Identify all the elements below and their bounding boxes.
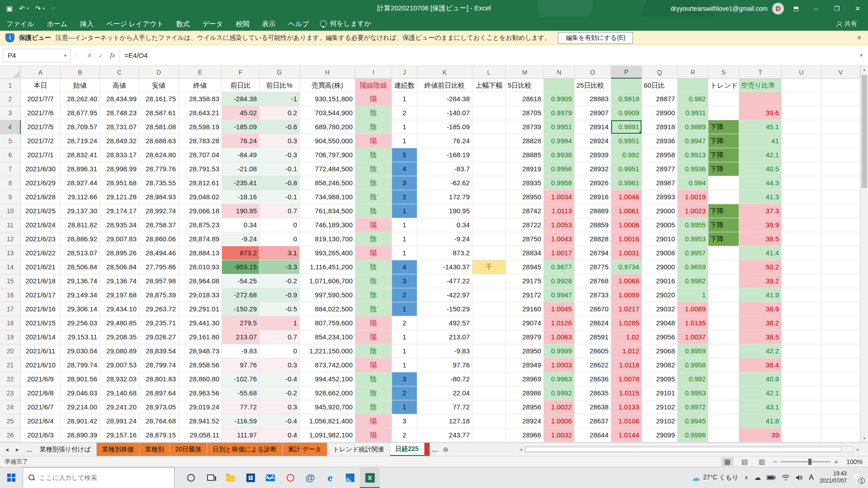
cell-M25[interactable]: 28924 (506, 414, 544, 428)
cell-G8[interactable]: -0.8 (259, 176, 300, 190)
cell-R14[interactable]: 0.9659 (678, 260, 708, 274)
cell-C21[interactable]: 29,007.53 (100, 358, 139, 372)
share-button[interactable]: 共有 (836, 20, 857, 28)
cell-L7[interactable] (472, 162, 506, 176)
cell-M5[interactable]: 28828 (506, 134, 544, 148)
cell-J21[interactable]: 1 (392, 358, 417, 372)
cell-O25[interactable]: 28637 (575, 414, 611, 428)
cell-T10[interactable]: 37.3 (739, 204, 782, 218)
cell-E4[interactable]: 28,598.19 (179, 120, 222, 134)
cell-Q9[interactable]: 28993 (642, 190, 678, 204)
cell-L23[interactable] (472, 386, 506, 400)
cell-L14[interactable]: 千 (472, 260, 506, 274)
cell-D26[interactable]: 28,879.15 (139, 428, 179, 442)
cell-J13[interactable]: 1 (392, 246, 417, 260)
cell-C1[interactable]: 高値 (100, 79, 139, 92)
cell-D25[interactable]: 28,764.68 (139, 414, 179, 428)
cell-U21[interactable] (782, 358, 821, 372)
cell-O22[interactable]: 28636 (575, 372, 611, 386)
cell-E26[interactable]: 29,058.11 (179, 428, 222, 442)
cell-G3[interactable]: 0.2 (259, 106, 300, 120)
cell-M21[interactable]: 28949 (506, 358, 544, 372)
cell-C4[interactable]: 28,731.07 (100, 120, 139, 134)
cell-Q11[interactable]: 29005 (642, 218, 678, 232)
col-header-S[interactable]: S (708, 66, 739, 79)
cell-K21[interactable]: 97.76 (417, 358, 472, 372)
cell-A11[interactable]: 2021/6/24 (21, 218, 61, 232)
cell-N3[interactable]: 0.9979 (544, 106, 575, 120)
cell-Q6[interactable]: 28958 (642, 148, 678, 162)
cell-A25[interactable]: 2021/6/4 (21, 414, 61, 428)
account-email[interactable]: dryyourtearswithlove1@gmail.com (671, 5, 768, 12)
row-header-10[interactable]: 10 (0, 204, 21, 218)
cell-N20[interactable]: 0.9999 (544, 344, 575, 358)
cell-K23[interactable]: 22.04 (417, 386, 472, 400)
col-header-L[interactable]: L (472, 66, 506, 79)
cell-B4[interactable]: 28,709.57 (61, 120, 100, 134)
cell-G6[interactable]: -0.3 (259, 148, 300, 162)
col-header-K[interactable]: K (417, 66, 472, 79)
cell-V4[interactable] (821, 120, 860, 134)
cell-D6[interactable]: 28,624.80 (139, 148, 179, 162)
cell-J1[interactable]: 連続数 (392, 79, 417, 92)
cell-L2[interactable] (472, 92, 506, 106)
cell-F12[interactable]: -9.24 (222, 232, 259, 246)
cell-F10[interactable]: 190.95 (222, 204, 259, 218)
avatar[interactable]: D (772, 3, 784, 14)
row-header-25[interactable]: 25 (0, 414, 21, 428)
cell-K6[interactable]: -168.19 (417, 148, 472, 162)
cell-K19[interactable]: 213.07 (417, 330, 472, 344)
cell-P21[interactable]: 1.0118 (611, 358, 642, 372)
row-header-3[interactable]: 3 (0, 106, 21, 120)
cell-F11[interactable]: 0.34 (222, 218, 259, 232)
cell-U18[interactable] (782, 316, 821, 330)
cell-A5[interactable]: 2021/7/2 (21, 134, 61, 148)
cell-G17[interactable]: -0.5 (259, 302, 300, 316)
file-explorer-icon[interactable] (221, 467, 241, 488)
cell-O26[interactable]: 28644 (575, 428, 611, 442)
cell-L17[interactable] (472, 302, 506, 316)
cell-U17[interactable] (782, 302, 821, 316)
cell-M13[interactable]: 28834 (506, 246, 544, 260)
cell-V14[interactable] (821, 260, 860, 274)
cell-T17[interactable]: 38.9 (739, 302, 782, 316)
cell-H23[interactable]: 928,662,000 (300, 386, 355, 400)
cell-B6[interactable]: 28,832.41 (61, 148, 100, 162)
cell-V21[interactable] (821, 358, 860, 372)
cell-R17[interactable]: 1.0089 (678, 302, 708, 316)
cell-O5[interactable]: 28924 (575, 134, 611, 148)
cell-L1[interactable]: 上幅下幅 (472, 79, 506, 92)
cell-U13[interactable] (782, 246, 821, 260)
cell-D8[interactable]: 28,735.55 (139, 176, 179, 190)
cell-B12[interactable]: 28,886.92 (61, 232, 100, 246)
cell-V6[interactable] (821, 148, 860, 162)
cell-Q21[interactable]: 29082 (642, 358, 678, 372)
cell-F18[interactable]: 279.5 (222, 316, 259, 330)
cell-S14[interactable] (708, 260, 739, 274)
cell-M3[interactable]: 28705 (506, 106, 544, 120)
cell-I8[interactable]: 陰 (355, 176, 392, 190)
cell-F24[interactable]: 77.72 (222, 400, 259, 414)
cell-V2[interactable] (821, 92, 860, 106)
cell-G7[interactable]: -0.1 (259, 162, 300, 176)
cell-R4[interactable]: 0.9889 (678, 120, 708, 134)
cell-L13[interactable] (472, 246, 506, 260)
cell-H20[interactable]: 1,221,150,000 (300, 344, 355, 358)
cell-H1[interactable]: 売買高(株) (300, 79, 355, 92)
enter-icon[interactable]: ✓ (99, 52, 104, 59)
cell-C18[interactable]: 29,480.85 (100, 316, 139, 330)
cell-P1[interactable] (611, 79, 642, 92)
cell-B21[interactable]: 28,799.74 (61, 358, 100, 372)
cell-R9[interactable]: 1.0019 (678, 190, 708, 204)
cell-F26[interactable]: 111.97 (222, 428, 259, 442)
cell-G15[interactable]: -0.2 (259, 274, 300, 288)
cell-J11[interactable]: 1 (392, 218, 417, 232)
sheet-overflow-left[interactable]: … (24, 443, 34, 456)
cell-J16[interactable]: 2 (392, 288, 417, 302)
cell-B3[interactable]: 28,677.95 (61, 106, 100, 120)
cell-E20[interactable]: 28,948.73 (179, 344, 222, 358)
ribbon-tab-8[interactable]: ヘルプ (282, 17, 315, 31)
col-header-O[interactable]: O (575, 66, 611, 79)
cell-E23[interactable]: 28,963.56 (179, 386, 222, 400)
cell-T13[interactable]: 41.4 (739, 246, 782, 260)
